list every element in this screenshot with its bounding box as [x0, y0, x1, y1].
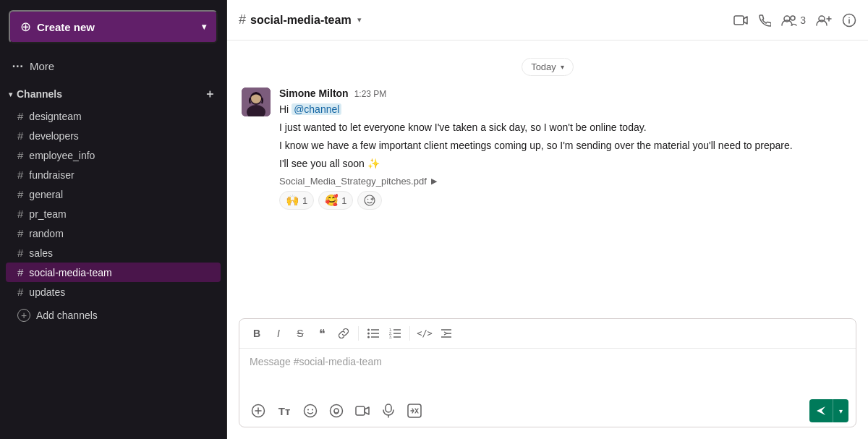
bullet-list-button[interactable]: [363, 323, 383, 344]
bold-button[interactable]: B: [247, 323, 267, 344]
channel-dropdown-icon[interactable]: ▾: [357, 15, 362, 25]
send-options-button[interactable]: ▾: [833, 399, 848, 422]
hash-icon: #: [17, 286, 23, 298]
emoji-button[interactable]: [299, 399, 322, 422]
link-button[interactable]: [333, 323, 354, 344]
message-input[interactable]: [239, 349, 856, 392]
create-new-label: Create new: [37, 21, 95, 33]
channel-hash-icon: #: [239, 12, 246, 27]
svg-point-32: [331, 405, 343, 417]
sidebar-item-social-media-team[interactable]: # social-media-team: [6, 263, 221, 282]
toolbar-divider-1: [358, 326, 359, 341]
shortcuts-button[interactable]: [403, 399, 426, 422]
channel-name: developers: [29, 130, 79, 142]
heart-eyes-count: 1: [341, 195, 346, 206]
add-button[interactable]: [247, 399, 270, 422]
more-dots-icon: ⋯: [12, 59, 22, 73]
svg-point-29: [305, 405, 317, 417]
numbered-list-button[interactable]: 1. 2. 3.: [385, 323, 405, 344]
message-greeting: Hi @channel: [279, 102, 854, 117]
sidebar-item-random[interactable]: # random: [6, 223, 221, 243]
sidebar-item-pr-team[interactable]: # pr_team: [6, 204, 221, 223]
svg-point-15: [367, 333, 370, 335]
avatar: [242, 88, 271, 116]
channels-label: Channels: [17, 88, 62, 100]
attachment[interactable]: Social_Media_Strategy_pitches.pdf ▶: [279, 176, 854, 187]
svg-point-30: [307, 409, 309, 411]
strikethrough-button[interactable]: S: [290, 323, 310, 344]
code-button[interactable]: </>: [414, 323, 435, 344]
message-item: Simone Milton 1:23 PM Hi @channel I just…: [242, 88, 854, 210]
message-composer: B I S ❝: [239, 318, 856, 427]
add-channels-label: Add channels: [36, 310, 98, 321]
composer-bottom-bar: Tт: [239, 395, 856, 427]
clap-count: 1: [302, 195, 307, 206]
more-item[interactable]: ⋯ More: [0, 54, 226, 79]
reactions: 🙌 1 🥰 1: [279, 191, 854, 210]
hash-icon: #: [17, 188, 23, 200]
chat-channel-name: social-media-team: [250, 14, 352, 27]
main-content: # social-media-team ▾: [227, 0, 868, 439]
more-label: More: [30, 60, 54, 72]
mention-tag[interactable]: @channel: [292, 103, 341, 115]
hash-icon: #: [17, 266, 23, 278]
channels-section-header[interactable]: ▾ Channels ＋: [0, 82, 226, 106]
sidebar-item-sales[interactable]: # sales ✏: [6, 243, 221, 263]
channel-name: fundraiser: [29, 169, 74, 181]
sidebar-item-general[interactable]: # general: [6, 184, 221, 204]
attachment-name: Social_Media_Strategy_pitches.pdf: [279, 176, 427, 187]
channel-name: random: [29, 228, 63, 239]
today-label: Today: [531, 61, 556, 72]
add-member-button[interactable]: [816, 14, 832, 26]
plus-circle-icon: ⊕: [20, 19, 31, 35]
hash-icon: #: [17, 247, 23, 259]
add-reaction-button[interactable]: [357, 191, 382, 210]
messages-area: Today ▾ Simone Milton: [227, 41, 868, 318]
sidebar-item-designteam[interactable]: # designteam: [6, 106, 221, 126]
info-button[interactable]: [842, 13, 856, 27]
sidebar-item-fundraiser[interactable]: # fundraiser: [6, 165, 221, 184]
add-channel-icon[interactable]: ＋: [202, 86, 218, 102]
today-chevron-icon: ▾: [561, 63, 564, 71]
text-format-button[interactable]: Tт: [273, 399, 296, 422]
svg-point-5: [848, 17, 850, 18]
sidebar-item-employee-info[interactable]: # employee_info: [6, 145, 221, 165]
indent-button[interactable]: [436, 323, 456, 344]
create-new-button[interactable]: ⊕ Create new ▾: [9, 10, 218, 43]
phone-call-button[interactable]: [758, 14, 771, 27]
video-clip-button[interactable]: [351, 399, 374, 422]
svg-rect-35: [386, 404, 391, 412]
channel-name: social-media-team: [29, 267, 111, 278]
today-pill-button[interactable]: Today ▾: [522, 58, 574, 76]
mention-button[interactable]: [325, 399, 348, 422]
hash-icon: #: [17, 129, 23, 142]
svg-point-2: [791, 16, 795, 20]
add-channels-button[interactable]: + Add channels: [6, 304, 221, 326]
message-sender: Simone Milton: [279, 88, 349, 99]
italic-button[interactable]: I: [268, 323, 289, 344]
microphone-button[interactable]: [377, 399, 400, 422]
hash-icon: #: [17, 169, 23, 181]
section-chevron-icon: ▾: [9, 90, 12, 98]
chat-header: # social-media-team ▾: [227, 0, 868, 41]
reaction-heart-eyes[interactable]: 🥰 1: [318, 191, 353, 210]
quote-button[interactable]: ❝: [312, 323, 332, 344]
channel-name: employee_info: [29, 150, 95, 161]
channel-name: designteam: [29, 111, 81, 122]
hash-icon: #: [17, 149, 23, 161]
clap-emoji: 🙌: [286, 194, 299, 207]
send-button[interactable]: [809, 399, 833, 422]
video-call-button[interactable]: [733, 14, 748, 26]
members-button[interactable]: 3: [781, 14, 806, 26]
message-line3: I'll see you all soon ✨: [279, 156, 854, 171]
channels-section: ▾ Channels ＋ # designteam # developers #…: [0, 82, 226, 439]
today-divider: Today ▾: [242, 58, 854, 76]
members-count: 3: [800, 14, 806, 26]
message-line1: I just wanted to let everyone know I've …: [279, 120, 854, 135]
sidebar-item-updates[interactable]: # updates: [6, 282, 221, 302]
sidebar-item-developers[interactable]: # developers: [6, 126, 221, 145]
svg-point-31: [312, 409, 313, 411]
svg-rect-37: [408, 404, 421, 417]
channel-name: updates: [29, 286, 65, 298]
reaction-clap[interactable]: 🙌 1: [279, 191, 314, 210]
